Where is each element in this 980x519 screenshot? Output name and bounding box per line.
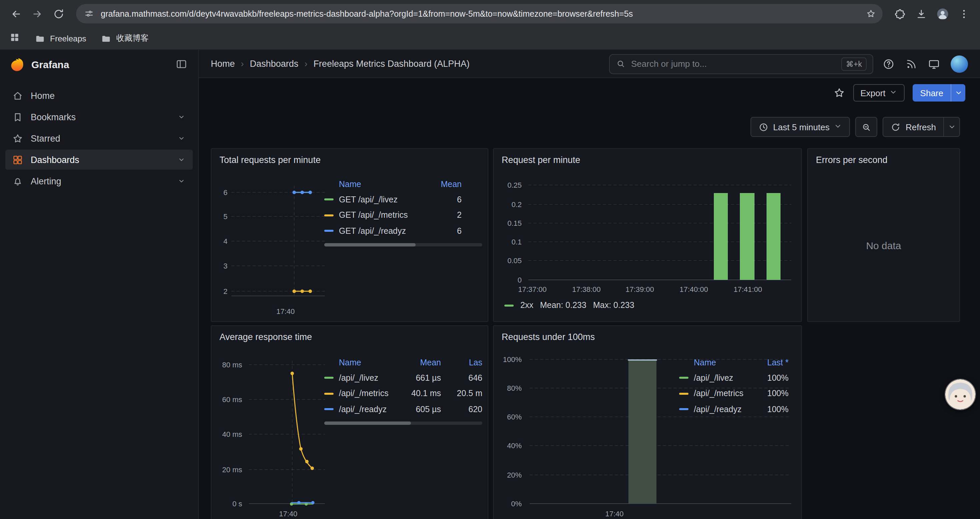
assistant-avatar[interactable] (945, 379, 976, 410)
star-icon (12, 133, 23, 144)
kebab-menu-icon (958, 8, 970, 20)
panel-title[interactable]: Errors per second (808, 149, 959, 171)
back-button[interactable] (7, 4, 25, 23)
bookmark-star-icon[interactable] (866, 9, 876, 19)
search-box[interactable]: ⌘+k (609, 54, 873, 74)
legend-row: /api/_/readyz 605 µs 620 (324, 401, 482, 417)
y-axis-tick: 40 ms (213, 429, 242, 439)
downloads-button[interactable] (912, 4, 931, 23)
sidebar-item-alerting[interactable]: Alerting (5, 171, 193, 191)
sidebar-nav: Home Bookmarks Starred Dashboards (0, 78, 198, 191)
sidebar-collapse-button[interactable] (175, 58, 188, 70)
legend-col-name[interactable]: Name (339, 180, 428, 189)
browser-profile-avatar[interactable] (933, 4, 952, 23)
dashboard-canvas: Export Share Last 5 minutes (199, 78, 980, 519)
legend-col-name[interactable]: Name (339, 358, 402, 367)
site-info-icon[interactable] (84, 9, 94, 19)
bookmark-item-blog[interactable]: 收藏博客 (101, 33, 149, 44)
panel-legend: 2xx Mean: 0.233 Max: 0.233 (504, 300, 635, 310)
address-bar[interactable] (76, 4, 883, 23)
time-controls: Last 5 minutes Refresh (751, 117, 960, 137)
sidebar-item-label: Dashboards (31, 155, 80, 164)
folder-icon (35, 33, 45, 44)
chevron-down-icon[interactable] (177, 176, 186, 186)
monitor-icon (928, 58, 940, 70)
sidebar-item-label: Bookmarks (31, 112, 76, 122)
chevron-down-icon (889, 88, 897, 98)
search-shortcut-badge: ⌘+k (841, 57, 867, 70)
series-name[interactable]: /api/_/livez (694, 374, 758, 383)
share-button[interactable]: Share (913, 84, 965, 102)
favorite-dashboard-button[interactable] (833, 87, 845, 99)
share-menu-toggle[interactable] (951, 84, 965, 102)
time-range-picker[interactable]: Last 5 minutes (751, 117, 850, 137)
browser-toolbar (0, 0, 980, 27)
series-last: 20.5 m (441, 389, 482, 398)
legend-col-name[interactable]: Name (694, 358, 758, 367)
sidebar-item-starred[interactable]: Starred (5, 128, 193, 148)
forward-button[interactable] (28, 4, 47, 23)
line-chart (231, 186, 325, 299)
legend-header: Name Mean Las (324, 355, 482, 370)
reload-button[interactable] (49, 4, 68, 23)
extensions-button[interactable] (891, 4, 909, 23)
legend-col-last[interactable]: Las (441, 358, 482, 367)
sidebar-item-bookmarks[interactable]: Bookmarks (5, 107, 193, 127)
y-axis-tick: 80% (496, 383, 522, 393)
url-input[interactable] (94, 9, 866, 18)
browser-menu-button[interactable] (955, 4, 973, 23)
series-name[interactable]: /api/_/metrics (694, 389, 758, 398)
legend-col-mean[interactable]: Mean (402, 358, 441, 367)
refresh-button[interactable]: Refresh (884, 118, 943, 136)
bookmark-item-freeleaps[interactable]: Freeleaps (35, 33, 86, 44)
y-axis-tick: 0.25 (498, 180, 522, 190)
panel-legend: Name Mean GET /api/_/livez 6 GET /api/_/… (324, 177, 482, 246)
scrollbar-thumb[interactable] (324, 421, 411, 425)
breadcrumb-home[interactable]: Home (211, 59, 235, 69)
display-button[interactable] (928, 58, 940, 70)
search-icon (616, 59, 626, 69)
export-button[interactable]: Export (853, 84, 905, 102)
sidebar-item-home[interactable]: Home (5, 86, 193, 105)
news-button[interactable] (905, 58, 917, 70)
sidebar-header: Grafana (0, 50, 198, 78)
help-button[interactable] (883, 58, 895, 70)
legend-row: /api/_/readyz 100% (679, 401, 789, 417)
series-name[interactable]: /api/_/readyz (694, 405, 758, 414)
panel-title[interactable]: Requests under 100ms (494, 326, 801, 348)
grafana-logo[interactable] (10, 56, 25, 72)
user-avatar[interactable] (951, 55, 968, 72)
y-axis-tick: 0 (498, 275, 522, 285)
apps-grid-button[interactable] (10, 32, 20, 45)
panel-title[interactable]: Total requests per minute (212, 149, 488, 171)
series-name[interactable]: GET /api/_/metrics (339, 211, 428, 220)
chevron-down-icon[interactable] (177, 112, 186, 121)
series-name[interactable]: /api/_/livez (339, 374, 402, 383)
legend-col-mean[interactable]: Mean (428, 180, 461, 189)
zoom-out-button[interactable] (856, 117, 878, 137)
search-input[interactable] (626, 59, 841, 69)
line-chart (249, 361, 325, 509)
dashboard-actions: Export Share (833, 84, 965, 102)
series-name[interactable]: /api/_/readyz (339, 405, 402, 414)
refresh-interval-toggle[interactable] (943, 118, 959, 136)
legend-col-last[interactable]: Last * (758, 358, 789, 367)
legend-scrollbar (324, 421, 482, 425)
panel-title[interactable]: Request per minute (494, 149, 801, 171)
refresh-control: Refresh (883, 117, 960, 137)
series-name[interactable]: GET /api/_/livez (339, 195, 428, 204)
series-name[interactable]: 2xx (520, 300, 533, 310)
series-mean: 2 (428, 211, 461, 220)
chevron-down-icon[interactable] (177, 134, 186, 143)
y-axis-tick: 0.15 (498, 218, 522, 228)
series-name[interactable]: GET /api/_/readyz (339, 227, 428, 236)
share-label[interactable]: Share (913, 84, 951, 102)
scrollbar-thumb[interactable] (324, 243, 416, 246)
sidebar-item-dashboards[interactable]: Dashboards (5, 150, 193, 170)
series-last: 100% (758, 389, 789, 398)
x-axis-tick: 17:37:00 (512, 284, 552, 294)
chevron-down-icon[interactable] (177, 155, 186, 164)
breadcrumb-dashboards[interactable]: Dashboards (250, 59, 299, 69)
panel-title[interactable]: Average response time (212, 326, 488, 348)
series-name[interactable]: /api/_/metrics (339, 389, 402, 398)
